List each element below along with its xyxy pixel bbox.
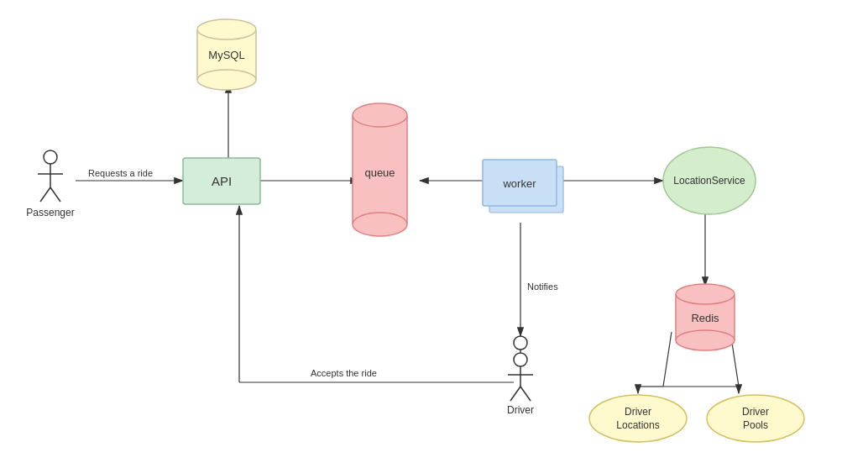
- svg-text:Driver: Driver: [507, 404, 534, 416]
- svg-text:Redis: Redis: [691, 312, 719, 324]
- svg-text:LocationService: LocationService: [673, 175, 745, 187]
- passenger-node: Passenger: [26, 150, 74, 218]
- svg-point-26: [514, 336, 527, 350]
- svg-point-34: [589, 395, 687, 442]
- svg-point-24: [676, 330, 735, 350]
- svg-point-9: [197, 70, 256, 90]
- svg-line-5: [50, 187, 60, 202]
- worker-node: worker: [483, 160, 563, 213]
- svg-point-8: [197, 19, 256, 39]
- svg-text:Driver: Driver: [625, 406, 651, 418]
- redis-node: Redis: [676, 284, 735, 350]
- svg-text:MySQL: MySQL: [208, 49, 244, 61]
- edge-label-requests: Requests a ride: [88, 168, 153, 178]
- svg-point-1: [44, 150, 57, 164]
- svg-text:Pools: Pools: [743, 419, 768, 431]
- svg-text:Driver: Driver: [742, 406, 769, 418]
- edge-label-notifies: Notifies: [527, 281, 558, 292]
- driver-locations-node: Driver Locations: [589, 395, 687, 442]
- driver-pools-node: Driver Pools: [707, 395, 804, 442]
- svg-text:Passenger: Passenger: [26, 207, 74, 218]
- svg-point-15: [353, 213, 407, 236]
- queue-node: queue: [353, 103, 407, 236]
- mysql-node: MySQL: [197, 19, 256, 90]
- svg-line-31: [520, 387, 531, 401]
- svg-text:worker: worker: [502, 177, 536, 190]
- svg-point-27: [514, 353, 527, 366]
- svg-point-14: [353, 103, 407, 127]
- svg-text:queue: queue: [364, 166, 395, 179]
- edge-redis-driverlocations: [663, 332, 672, 387]
- svg-text:API: API: [212, 174, 232, 188]
- svg-text:Locations: Locations: [616, 419, 659, 431]
- driver-node: Driver: [507, 336, 534, 416]
- svg-line-30: [510, 387, 520, 401]
- locationservice-node: LocationService: [663, 147, 756, 214]
- edge-label-accepts: Accepts the ride: [311, 368, 377, 378]
- svg-point-37: [707, 395, 804, 442]
- svg-line-4: [40, 187, 50, 202]
- svg-point-23: [676, 284, 735, 304]
- api-node: API: [183, 158, 260, 204]
